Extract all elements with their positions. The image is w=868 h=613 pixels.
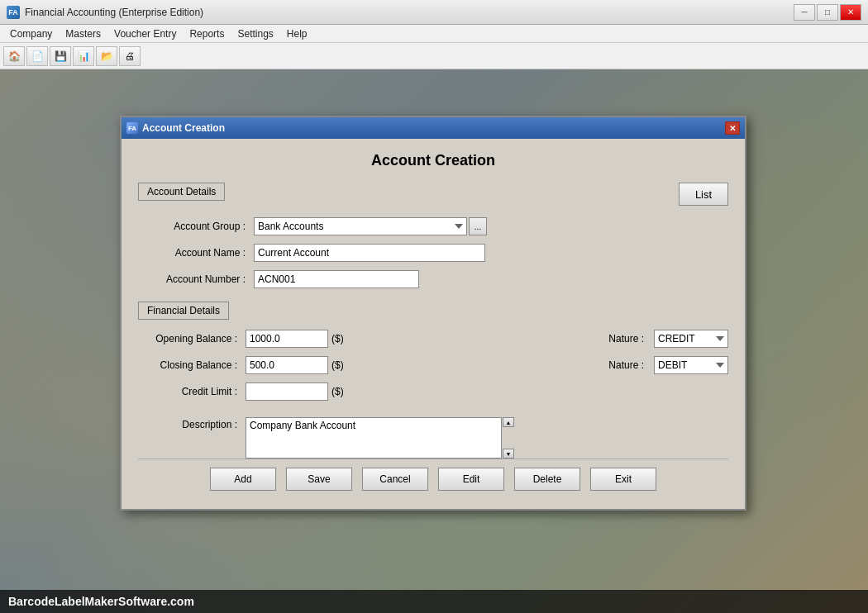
app-close-button[interactable]: ✕ [840,4,861,21]
toolbar-new[interactable]: 📄 [26,46,48,66]
add-button[interactable]: Add [210,468,276,491]
toolbar-save[interactable]: 💾 [50,46,71,66]
dialog-heading: Account Creation [138,152,728,169]
closing-balance-row: Closing Balance : ($) [138,356,575,374]
financial-left: Opening Balance : ($) Closing Balance : … [138,330,575,409]
description-label: Description : [138,417,246,430]
watermark-text: BarcodeLabelMakerSoftware.com [8,595,194,608]
account-details-section: Account Details [138,183,225,201]
financial-details-section: Financial Details [138,302,229,320]
description-input[interactable]: Company Bank Account [246,417,502,459]
account-group-select[interactable]: Bank Accounts Cash Accounts Sundry Debto… [254,217,467,235]
financial-grid: Opening Balance : ($) Closing Balance : … [138,330,728,409]
account-name-input[interactable] [254,244,485,262]
minimize-button[interactable]: ─ [794,4,815,21]
scroll-up-button[interactable]: ▲ [503,417,514,427]
account-group-row: Account Group : Bank Accounts Cash Accou… [138,217,728,235]
toolbar-open[interactable]: 📂 [96,46,117,66]
top-row: Account Details List [138,183,728,211]
nature-closing-row: Nature : CREDIT DEBIT [608,356,728,374]
menu-bar: Company Masters Voucher Entry Reports Se… [0,25,868,43]
nature-closing-select[interactable]: CREDIT DEBIT [654,356,728,374]
account-number-row: Account Number : [138,270,728,288]
maximize-button[interactable]: □ [817,4,838,21]
opening-balance-row: Opening Balance : ($) [138,330,575,348]
toolbar: 🏠 📄 💾 📊 📂 🖨 [0,43,868,69]
opening-balance-unit: ($) [331,333,344,345]
account-group-browse-button[interactable]: ... [469,217,487,235]
button-row: Add Save Cancel Edit Delete Exit [138,459,728,496]
toolbar-print[interactable]: 🖨 [119,46,141,66]
edit-button[interactable]: Edit [438,468,504,491]
closing-balance-input[interactable] [246,356,328,374]
dialog-close-button[interactable]: ✕ [725,121,740,135]
menu-settings[interactable]: Settings [231,26,279,41]
toolbar-home[interactable]: 🏠 [3,46,25,66]
financial-section: Financial Details Opening Balance : ($) … [138,302,728,459]
exit-button[interactable]: Exit [590,468,656,491]
credit-limit-unit: ($) [331,386,344,397]
credit-limit-row: Credit Limit : ($) [138,383,575,401]
menu-help[interactable]: Help [280,26,314,41]
app-title: Financial Accounting (Enterprise Edition… [25,7,794,18]
toolbar-chart[interactable]: 📊 [73,46,94,66]
account-name-row: Account Name : [138,244,728,262]
delete-button[interactable]: Delete [514,468,580,491]
menu-company[interactable]: Company [3,26,59,41]
dialog-body: Account Creation Account Details List Ac… [122,139,745,509]
account-creation-dialog: FA Account Creation ✕ Account Creation A… [120,116,746,511]
closing-balance-unit: ($) [331,359,344,371]
account-number-label: Account Number : [138,273,254,285]
opening-balance-label: Opening Balance : [138,333,246,345]
opening-balance-input[interactable] [246,330,328,348]
credit-limit-label: Credit Limit : [138,386,246,397]
menu-masters[interactable]: Masters [59,26,107,41]
menu-voucher-entry[interactable]: Voucher Entry [107,26,183,41]
app-icon: FA [7,6,20,19]
cancel-button[interactable]: Cancel [362,468,428,491]
dialog-icon: FA [126,122,138,134]
nature-closing-label: Nature : [608,359,644,371]
nature-opening-label: Nature : [608,333,644,345]
credit-limit-input[interactable] [246,383,328,401]
description-scrollbar: ▲ ▼ [503,417,514,459]
account-group-container: Bank Accounts Cash Accounts Sundry Debto… [254,217,487,235]
dialog-title: Account Creation [142,122,725,134]
nature-column: Nature : CREDIT DEBIT Nature : CREDIT DE… [608,330,728,409]
title-bar-controls: ─ □ ✕ [794,4,861,21]
title-bar: FA Financial Accounting (Enterprise Edit… [0,0,868,25]
account-group-label: Account Group : [138,221,254,232]
list-button[interactable]: List [679,183,728,206]
save-button[interactable]: Save [286,468,352,491]
description-row: Description : Company Bank Account ▲ ▼ [138,417,728,459]
account-number-input[interactable] [254,270,419,288]
nature-opening-select[interactable]: CREDIT DEBIT [654,330,728,348]
menu-reports[interactable]: Reports [183,26,231,41]
closing-balance-label: Closing Balance : [138,359,246,371]
nature-opening-row: Nature : CREDIT DEBIT [608,330,728,348]
dialog-title-bar: FA Account Creation ✕ [122,117,745,139]
account-name-label: Account Name : [138,247,254,259]
watermark-bar: BarcodeLabelMakerSoftware.com [0,590,868,613]
scroll-down-button[interactable]: ▼ [503,449,514,459]
